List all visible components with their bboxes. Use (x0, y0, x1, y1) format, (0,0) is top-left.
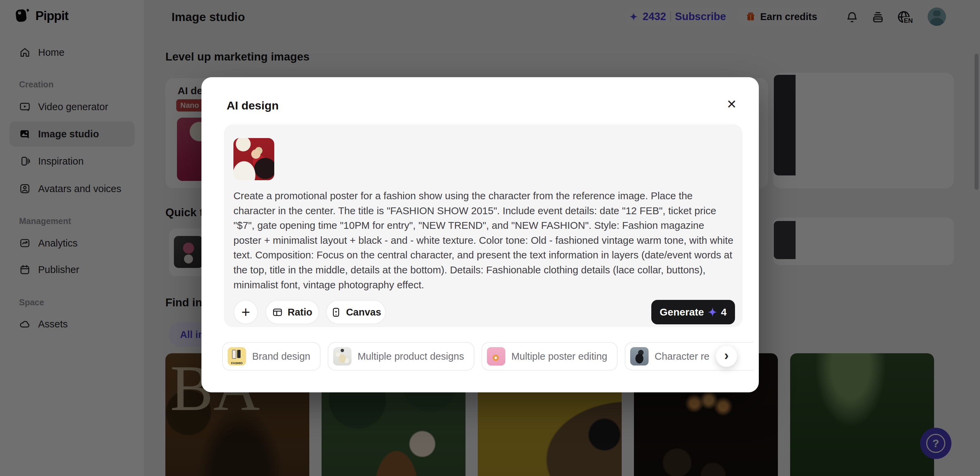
reference-image-thumb[interactable] (234, 138, 274, 180)
canvas-icon (331, 307, 341, 317)
app-root: Pippit Home Creation Video generator Ima… (0, 0, 980, 476)
close-icon[interactable]: ✕ (724, 96, 740, 113)
suggestion-multiple-product-designs[interactable]: Multiple product designs (328, 342, 474, 371)
add-reference-button[interactable]: + (234, 300, 258, 324)
modal-title: AI design (227, 99, 279, 112)
suggestion-label: Multiple poster editing (511, 351, 608, 362)
prompt-box: Create a promotional poster for a fashio… (224, 124, 743, 327)
suggestion-brand-design[interactable]: FASHIO Brand design (222, 342, 321, 371)
canvas-label: Canvas (346, 307, 381, 318)
suggestion-thumb (630, 347, 649, 365)
suggestion-label: Multiple product designs (358, 351, 464, 362)
ratio-icon (272, 307, 283, 317)
suggestion-thumb: FASHIO (228, 347, 246, 365)
suggestion-thumb (487, 347, 505, 365)
generate-button[interactable]: Generate 4 (651, 300, 735, 324)
ratio-button[interactable]: Ratio (266, 300, 319, 324)
ai-design-modal: AI design ✕ Create a promotional poster … (202, 77, 759, 392)
generate-cost: 4 (721, 306, 727, 318)
chevron-right-icon[interactable]: › (716, 346, 737, 367)
suggestion-label: Brand design (252, 351, 310, 362)
generate-label: Generate (660, 306, 704, 318)
suggestion-thumb (333, 347, 352, 365)
suggestion-multiple-poster-editing[interactable]: Multiple poster editing (482, 342, 617, 371)
suggestion-chips-row: FASHIO Brand design Multiple product des… (222, 342, 753, 371)
canvas-button[interactable]: Canvas (326, 300, 386, 324)
ratio-label: Ratio (288, 307, 312, 318)
generate-sparkle-icon (707, 306, 718, 318)
prompt-text[interactable]: Create a promotional poster for a fashio… (234, 188, 733, 292)
suggestion-label: Character re (655, 351, 710, 362)
